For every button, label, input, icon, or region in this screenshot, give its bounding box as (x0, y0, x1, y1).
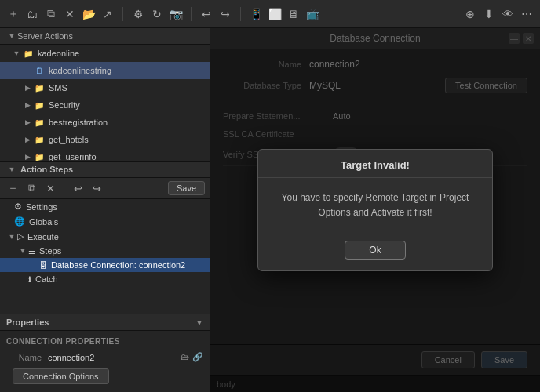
step-db-connection[interactable]: 🗄 Database Connection: connection2 (0, 258, 210, 272)
step-globals[interactable]: 🌐 Globals (0, 214, 210, 229)
redo-step-icon[interactable]: ↪ (89, 180, 104, 196)
add-device-icon[interactable]: ⊕ (463, 7, 477, 21)
step-catch-label: Catch (35, 274, 58, 284)
undo-icon[interactable]: ↩ (199, 7, 213, 21)
refresh-icon[interactable]: ↻ (150, 7, 164, 21)
tablet-icon[interactable]: ⬜ (268, 7, 282, 21)
folder-icon-sms: 📁 (33, 82, 46, 94)
main-toolbar: ＋ 🗂 ⧉ ✕ 📂 ↗ ⚙ ↻ 📷 ↩ ↪ 📱 ⬜ 🖥 📺 ⊕ ⬇ 👁 ⋯ (0, 0, 540, 28)
tree-arrow-main: ▼ (6, 32, 17, 40)
download-icon[interactable]: ⬇ (482, 7, 496, 21)
right-panel: Database Connection — ✕ Name connection2… (210, 28, 540, 392)
tree-label-gethotels: get_hotels (49, 135, 89, 144)
tree-arrow-kadeonline: ▼ (11, 49, 22, 57)
step-settings-label: Settings (26, 202, 57, 212)
tree-item-getuserinfo[interactable]: ▶ 📁 get_userinfo (0, 148, 210, 162)
settings-icon[interactable]: ⚙ (131, 7, 145, 21)
tree-header-label: Server Actions (17, 31, 73, 41)
tree-arrow-sms: ▶ (22, 84, 33, 92)
export-icon[interactable]: ↗ (100, 7, 115, 21)
tree-arrow-security: ▶ (22, 101, 33, 109)
modal-ok-button[interactable]: Ok (345, 241, 405, 260)
properties-chevron: ▼ (195, 318, 203, 327)
folder-icon-gethotels: 📁 (33, 133, 46, 146)
open-folder-icon[interactable]: 📂 (82, 7, 96, 21)
toolbar-separator (122, 7, 123, 21)
db-icon: 🗄 (39, 261, 47, 270)
tree-item-sms[interactable]: ▶ 📁 SMS (0, 79, 210, 96)
tree-label-sms: SMS (49, 83, 68, 93)
close-icon[interactable]: ✕ (63, 7, 77, 21)
desktop-icon[interactable]: 🖥 (286, 7, 301, 21)
folder-icon[interactable]: 🗂 (25, 7, 39, 21)
folder-icon-bestreg: 📁 (33, 116, 46, 129)
tree-item-gethotels[interactable]: ▶ 📁 get_hotels (0, 131, 210, 148)
camera-icon[interactable]: 📷 (169, 7, 183, 21)
action-steps-toolbar: ＋ ⧉ ✕ ↩ ↪ Save (0, 178, 210, 199)
action-steps-arrow: ▼ (6, 165, 17, 173)
toolbar-separator-2 (191, 7, 192, 21)
execute-arrow: ▼ (6, 233, 17, 241)
modal-overlay: Target Invalid! You have to specify Remo… (210, 28, 540, 392)
steps-list: ⚙ Settings 🌐 Globals ▼ ▷ Execute ▼ ☰ (0, 199, 210, 314)
step-steps[interactable]: ▼ ☰ Steps (0, 244, 210, 258)
properties-header: Properties ▼ (0, 314, 210, 331)
conn-options-area: Connection Options (0, 365, 210, 392)
conn-props-title: CONNECTION PROPERTIES (0, 331, 210, 349)
settings-icon: ⚙ (14, 201, 22, 212)
add-step-icon[interactable]: ＋ (5, 180, 20, 196)
step-db-label: Database Connection: connection2 (51, 260, 185, 270)
redo-icon[interactable]: ↪ (218, 7, 232, 21)
steps-arrow: ▼ (17, 247, 28, 255)
tree-label-getuserinfo: get_userinfo (49, 152, 97, 162)
step-toolbar-sep (64, 183, 64, 194)
step-settings[interactable]: ⚙ Settings (0, 199, 210, 214)
toolbar-separator-3 (240, 7, 241, 21)
step-execute[interactable]: ▼ ▷ Execute (0, 229, 210, 244)
step-catch[interactable]: ℹ Catch (0, 272, 210, 286)
link-prop-icon[interactable]: 🔗 (192, 352, 203, 362)
tree-item-kadeonline[interactable]: ▼ 📁 kadeonline (0, 45, 210, 62)
tree-item-kadeonlinestring[interactable]: 🗒 kadeonlinestring (0, 62, 210, 79)
prop-row-name: Name connection2 🗁 🔗 (0, 349, 210, 365)
phone-icon[interactable]: 📱 (249, 7, 263, 21)
more-icon[interactable]: ⋯ (520, 7, 534, 21)
prop-name-label: Name (6, 353, 42, 362)
tree-label-security: Security (49, 100, 80, 110)
properties-label: Properties (6, 318, 49, 327)
catch-icon: ℹ (28, 275, 31, 284)
folder-prop-icon[interactable]: 🗁 (181, 352, 189, 362)
steps-icon: ☰ (28, 247, 35, 256)
eye-icon[interactable]: 👁 (501, 7, 515, 21)
tree-arrow-bestreg: ▶ (22, 118, 33, 126)
file-icon-kadeonlinestring: 🗒 (33, 64, 46, 77)
tree-item-bestreg[interactable]: ▶ 📁 bestregistration (0, 114, 210, 131)
action-steps-panel: ▼ Action Steps ＋ ⧉ ✕ ↩ ↪ Save ⚙ Settings (0, 162, 210, 392)
prop-icons: 🗁 🔗 (181, 352, 203, 362)
monitor-icon[interactable]: 📺 (305, 7, 319, 21)
folder-icon-getuserinfo: 📁 (33, 151, 46, 162)
tree-label-kadeonline: kadeonline (38, 49, 79, 58)
save-action-button[interactable]: Save (168, 181, 205, 195)
tree-arrow-getuserinfo: ▶ (22, 153, 33, 161)
copy-icon[interactable]: ⧉ (44, 7, 58, 21)
tree-label-kadeonlinestring: kadeonlinestring (49, 66, 111, 75)
left-panel: ▼ Server Actions ▼ 📁 kadeonline 🗒 kadeon… (0, 28, 210, 392)
connection-options-button[interactable]: Connection Options (13, 368, 109, 384)
tree-header: ▼ Server Actions (0, 28, 210, 45)
toolbar-right-area: ⊕ ⬇ 👁 ⋯ (463, 7, 534, 21)
new-icon[interactable]: ＋ (6, 7, 20, 21)
undo-step-icon[interactable]: ↩ (70, 180, 86, 196)
execute-icon: ▷ (17, 231, 24, 241)
main-layout: ▼ Server Actions ▼ 📁 kadeonline 🗒 kadeon… (0, 28, 540, 392)
tree-label-bestreg: bestregistration (49, 118, 108, 127)
step-globals-label: Globals (29, 217, 58, 227)
tree-item-security[interactable]: ▶ 📁 Security (0, 96, 210, 114)
delete-step-icon[interactable]: ✕ (42, 180, 58, 196)
copy-step-icon[interactable]: ⧉ (24, 180, 39, 196)
action-steps-header: ▼ Action Steps (0, 162, 210, 178)
properties-section: Properties ▼ CONNECTION PROPERTIES Name … (0, 314, 210, 392)
modal-footer: Ok (258, 233, 492, 270)
modal-dialog: Target Invalid! You have to specify Remo… (257, 149, 493, 271)
file-tree: ▼ Server Actions ▼ 📁 kadeonline 🗒 kadeon… (0, 28, 210, 162)
